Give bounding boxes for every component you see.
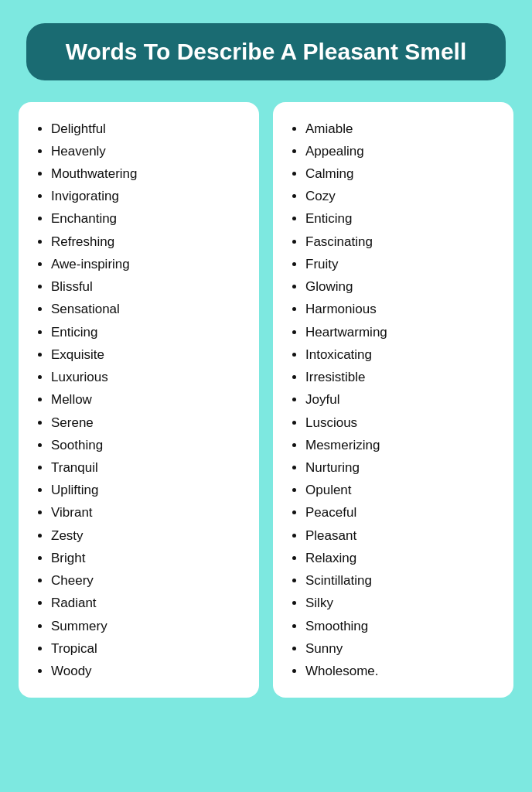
list-item: Silky (305, 592, 501, 614)
left-word-list: DelightfulHeavenlyMouthwateringInvigorat… (34, 118, 247, 683)
list-item: Mouthwatering (51, 162, 247, 185)
list-item: Irresistible (305, 366, 501, 388)
list-item: Tranquil (51, 456, 247, 479)
list-item: Luscious (305, 411, 501, 434)
list-item: Delightful (51, 118, 247, 140)
list-item: Nurturing (305, 456, 501, 479)
list-item: Refreshing (51, 230, 247, 253)
list-item: Scintillating (305, 569, 501, 592)
list-item: Vibrant (51, 501, 247, 524)
list-item: Cheery (51, 569, 247, 592)
list-item: Enticing (51, 321, 247, 343)
list-item: Heartwarming (305, 321, 501, 343)
list-item: Bright (51, 547, 247, 569)
list-item: Opulent (305, 479, 501, 501)
list-item: Pleasant (305, 524, 501, 547)
list-item: Cozy (305, 185, 501, 207)
right-column: AmiableAppealingCalmingCozyEnticingFasci… (273, 102, 513, 698)
list-item: Relaxing (305, 547, 501, 569)
list-item: Exquisite (51, 343, 247, 366)
list-item: Fascinating (305, 230, 501, 253)
list-item: Intoxicating (305, 343, 501, 366)
columns-container: DelightfulHeavenlyMouthwateringInvigorat… (19, 102, 513, 698)
right-word-list: AmiableAppealingCalmingCozyEnticingFasci… (288, 118, 501, 683)
list-item: Serene (51, 411, 247, 434)
page-title: Words To Describe A Pleasant Smell (66, 39, 467, 64)
list-item: Mellow (51, 388, 247, 411)
title-box: Words To Describe A Pleasant Smell (26, 23, 506, 80)
list-item: Enchanting (51, 207, 247, 230)
list-item: Zesty (51, 524, 247, 547)
list-item: Mesmerizing (305, 434, 501, 456)
list-item: Uplifting (51, 479, 247, 501)
list-item: Soothing (51, 434, 247, 456)
list-item: Invigorating (51, 185, 247, 207)
list-item: Woody (51, 660, 247, 682)
list-item: Sensational (51, 298, 247, 320)
list-item: Fruity (305, 253, 501, 275)
list-item: Calming (305, 162, 501, 185)
list-item: Tropical (51, 637, 247, 660)
list-item: Radiant (51, 592, 247, 614)
list-item: Peaceful (305, 501, 501, 524)
list-item: Summery (51, 615, 247, 637)
list-item: Awe-inspiring (51, 253, 247, 275)
left-column: DelightfulHeavenlyMouthwateringInvigorat… (19, 102, 259, 698)
list-item: Heavenly (51, 140, 247, 162)
list-item: Smoothing (305, 615, 501, 637)
list-item: Harmonious (305, 298, 501, 320)
list-item: Wholesome. (305, 660, 501, 682)
list-item: Sunny (305, 637, 501, 660)
list-item: Blissful (51, 275, 247, 298)
list-item: Appealing (305, 140, 501, 162)
list-item: Joyful (305, 388, 501, 411)
list-item: Enticing (305, 207, 501, 230)
list-item: Amiable (305, 118, 501, 140)
list-item: Glowing (305, 275, 501, 298)
list-item: Luxurious (51, 366, 247, 388)
